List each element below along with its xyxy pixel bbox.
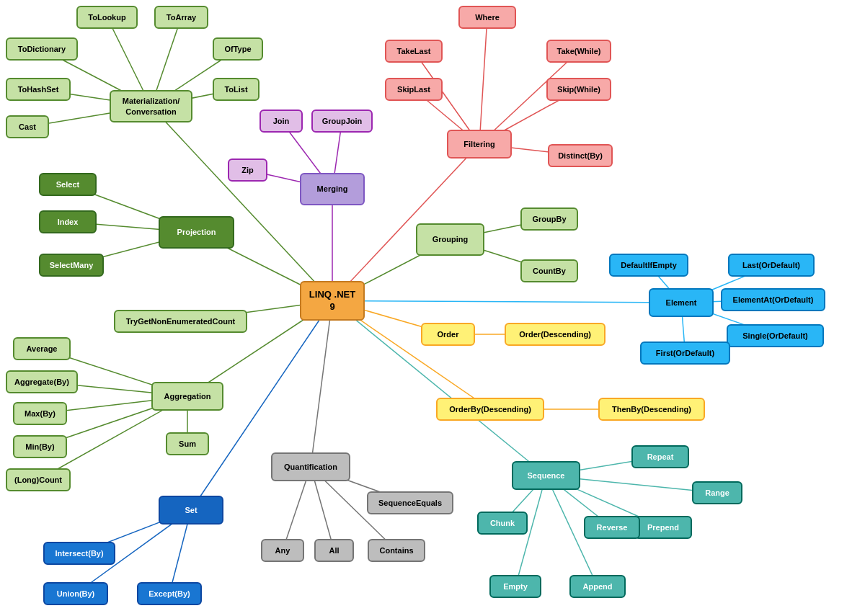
svg-line-6	[479, 17, 487, 144]
node-maxby: Max(By)	[13, 402, 67, 425]
node-reverse: Reverse	[584, 516, 640, 539]
node-merging: Merging	[300, 173, 365, 205]
node-tolist: ToList	[213, 78, 260, 101]
node-projection: Projection	[159, 216, 234, 249]
node-tohashset: ToHashSet	[6, 78, 71, 101]
svg-line-50	[311, 301, 332, 468]
node-all: All	[314, 539, 354, 562]
svg-line-40	[332, 301, 681, 303]
node-zip: Zip	[228, 159, 267, 182]
node-any: Any	[261, 539, 304, 562]
node-sequence: Sequence	[512, 461, 580, 490]
node-where: Where	[458, 6, 516, 29]
node-selectmany: SelectMany	[39, 254, 104, 277]
node-skiplast: SkipLast	[385, 78, 443, 101]
node-mat: Materialization/ Conversation	[110, 90, 192, 122]
node-minby: Min(By)	[13, 435, 67, 458]
node-tryget: TryGetNonEnumeratedCount	[114, 310, 247, 333]
node-sequenceequals: SequenceEquals	[367, 491, 453, 514]
node-join: Join	[260, 110, 303, 133]
node-takelast: TakeLast	[385, 40, 443, 63]
node-chunk: Chunk	[477, 512, 528, 535]
node-sum: Sum	[166, 432, 209, 455]
node-set: Set	[159, 496, 223, 525]
node-skipwhile: Skip(While)	[546, 78, 611, 101]
mindmap-canvas: LINQ .NET 9WhereFilteringTakeLastSkipLas…	[0, 0, 865, 616]
node-contains: Contains	[368, 539, 425, 562]
svg-line-12	[332, 144, 479, 301]
node-thenbydescending: ThenBy(Descending)	[598, 398, 705, 421]
node-todictionary: ToDictionary	[6, 37, 78, 61]
node-orderdescending: Order(Descending)	[505, 323, 606, 346]
node-linq: LINQ .NET 9	[300, 281, 365, 321]
node-append: Append	[569, 575, 626, 598]
node-aggregation: Aggregation	[151, 382, 223, 411]
node-prepend: Prepend	[634, 516, 692, 539]
node-distinctby: Distinct(By)	[548, 144, 613, 167]
node-quantification: Quantification	[271, 452, 350, 481]
node-exceptby: Except(By)	[137, 582, 202, 605]
node-groupjoin: GroupJoin	[311, 110, 373, 133]
node-countby: CountBy	[520, 259, 578, 282]
node-elementatordefault: ElementAt(OrDefault)	[721, 288, 825, 311]
node-grouping: Grouping	[416, 223, 484, 256]
node-orderbydescending: OrderBy(Descending)	[436, 398, 544, 421]
node-average: Average	[13, 337, 71, 360]
node-toarray: ToArray	[154, 6, 208, 29]
node-longcount: (Long)Count	[6, 468, 71, 491]
node-index: Index	[39, 210, 97, 233]
node-select: Select	[39, 173, 97, 196]
node-defaultifempty: DefaultIfEmpty	[609, 254, 688, 277]
node-cast: Cast	[6, 115, 49, 138]
node-singleordefault: Single(OrDefault)	[727, 324, 824, 347]
node-unionby: Union(By)	[43, 582, 108, 605]
node-intersectby: Intersect(By)	[43, 542, 115, 565]
node-takewhile: Take(While)	[546, 40, 611, 63]
node-firstordefault: First(OrDefault)	[640, 342, 730, 365]
node-aggregateby: Aggregate(By)	[6, 370, 78, 393]
node-tolookup: ToLookup	[76, 6, 138, 29]
node-repeat: Repeat	[631, 445, 689, 468]
node-filtering: Filtering	[447, 130, 512, 159]
node-empty: Empty	[489, 575, 541, 598]
node-lastordefault: Last(OrDefault)	[728, 254, 815, 277]
node-groupby: GroupBy	[520, 207, 578, 231]
node-range: Range	[692, 481, 742, 504]
node-order: Order	[421, 323, 475, 346]
node-oftype: OfType	[213, 37, 263, 61]
node-element: Element	[649, 288, 714, 317]
